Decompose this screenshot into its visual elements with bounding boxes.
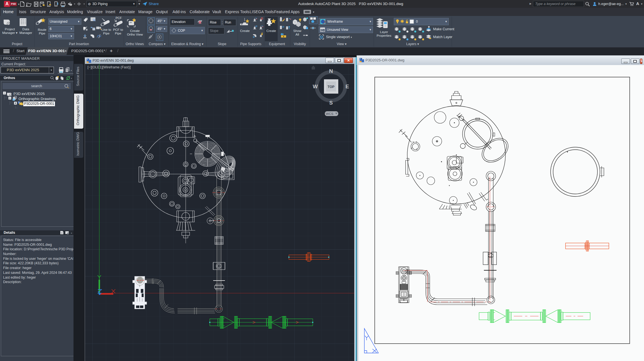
svg-text:Orthographic DWG: Orthographic DWG	[76, 95, 80, 125]
svg-text:@: @	[255, 25, 257, 27]
svg-text:TOP: TOP	[328, 85, 334, 89]
svg-text:Isometric DWG: Isometric DWG	[76, 132, 80, 156]
svg-text:PCF: PCF	[116, 16, 122, 20]
svg-text:@: @	[282, 26, 284, 28]
svg-text:N: N	[329, 68, 333, 74]
svg-text:S: S	[329, 100, 333, 106]
svg-text:WCS: WCS	[326, 112, 334, 115]
svg-text:E: E	[346, 84, 349, 89]
svg-text:W: W	[313, 84, 318, 89]
svg-text:[−][OLE1][Wireframe (Fast)]: [−][OLE1][Wireframe (Fast)]	[88, 65, 131, 69]
svg-text:Source Files: Source Files	[76, 67, 80, 86]
